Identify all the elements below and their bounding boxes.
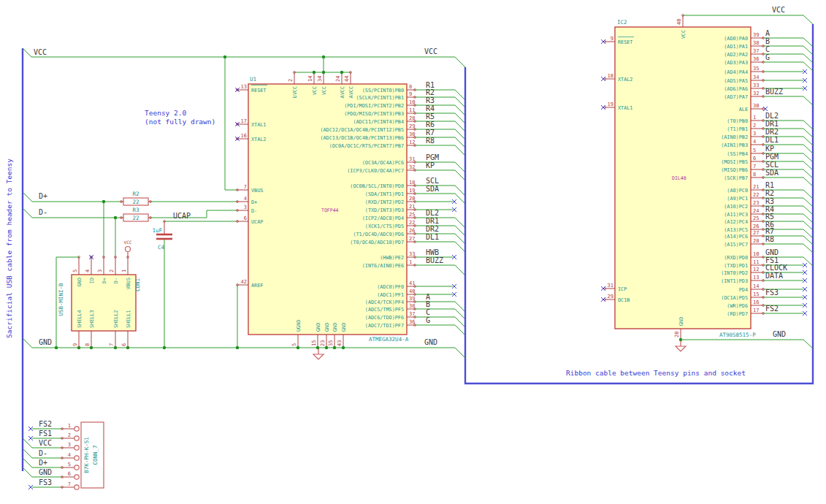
pin-number: 22 <box>753 192 759 198</box>
net-label: R7 <box>765 227 774 235</box>
bus-entry <box>455 57 465 67</box>
bus-entry <box>455 97 464 107</box>
pin-number: 3 <box>68 442 71 448</box>
pin-name: GND <box>77 278 83 286</box>
junction-dot <box>316 346 319 349</box>
pin-name: AVCC <box>348 86 354 98</box>
pin-number: 19 <box>608 102 613 107</box>
pin-name: (A11)PC3 <box>724 212 748 218</box>
pin-number: 6 <box>121 343 127 346</box>
pin-number: 30 <box>753 103 759 109</box>
pin-number: 27 <box>753 230 759 236</box>
pin-name: (OC3A/OC4A)PC6 <box>362 160 404 166</box>
pin-number: 2 <box>109 270 115 272</box>
pin-name: (ADC6/TDO)PF6 <box>365 315 404 321</box>
bus-entry <box>455 317 464 327</box>
net-label: DL1 <box>765 136 779 144</box>
bus-entry <box>455 234 464 243</box>
net-label: PGM <box>765 153 779 161</box>
component-u1-ref: U1 <box>250 76 256 83</box>
pin-name: XTAL1 <box>251 122 266 128</box>
pin-number: 5 <box>753 148 756 153</box>
pin-number: 35 <box>753 66 759 72</box>
pin-name: XTAL2 <box>251 137 266 142</box>
pin-name: (XCK1/CTS)PD5 <box>365 224 404 229</box>
pin-name: (ICP2/ADC8)PD4 <box>362 215 404 221</box>
bus-entry <box>803 198 813 207</box>
connector-pin-circle <box>74 485 79 489</box>
pin-number: 16 <box>241 133 247 139</box>
pin-name: (ADC1)PF1 <box>377 292 404 298</box>
net-label: VCC <box>39 439 52 447</box>
pin-name: (AIN1)PB3 <box>721 142 748 148</box>
net-label-ucap: UCAP <box>173 212 191 220</box>
pin-number: 8 <box>753 172 756 177</box>
connector-pin-circle <box>74 475 79 479</box>
pin-name: D+ <box>251 199 257 205</box>
junction-dot <box>297 346 299 349</box>
pin-name: OC1B <box>618 297 630 303</box>
component-u1-package: TQFP44 <box>321 207 339 213</box>
pin-number: 4 <box>244 196 247 202</box>
net-label-vcc: VCC <box>34 48 47 56</box>
bus-entry <box>23 438 32 448</box>
pin-number: 21 <box>753 184 759 190</box>
pin-name: GND <box>678 317 684 326</box>
pin-number: 15 <box>311 340 317 346</box>
pin-name: (T1/OC4D/ADC9)PD6 <box>353 232 404 237</box>
pin-name: PD4 <box>739 287 748 293</box>
pin-number: 18 <box>608 73 613 79</box>
pin-number: 14 <box>753 283 759 289</box>
pin-number: 30 <box>409 131 415 137</box>
pin-number: 38 <box>753 40 759 46</box>
net-label: DR1 <box>426 217 439 225</box>
pin-number: 32 <box>409 164 415 170</box>
resistor-r2-ref: R2 <box>132 191 139 197</box>
net-label-gnd: GND <box>39 338 52 346</box>
pin-number: 29 <box>608 294 613 299</box>
bus-entry <box>455 309 464 318</box>
bus-entry <box>803 177 813 186</box>
bus-entry <box>23 338 32 348</box>
bus-entry <box>803 15 813 24</box>
net-label-gnd: GND <box>773 330 786 338</box>
bus-entry <box>23 458 32 467</box>
resistor-r3-value: 22 <box>132 215 139 221</box>
resistor-r3-ref: R3 <box>132 207 139 213</box>
pin-name: GND <box>324 323 330 332</box>
net-label: BUZZ <box>765 88 783 96</box>
pin-number: 24 <box>335 76 341 82</box>
pin-number: 6 <box>753 156 756 161</box>
net-label: FS2 <box>39 420 52 428</box>
net-label: HWB <box>426 248 439 256</box>
pin-name: SHELL2 <box>113 310 119 328</box>
net-label: C <box>765 45 770 53</box>
pin-number: 1 <box>121 270 127 272</box>
pin-name: (RXD)PD0 <box>724 255 748 261</box>
pin-number: 24 <box>753 208 759 214</box>
pin-name: (ADC11/PCINT4)PB4 <box>353 119 404 125</box>
pin-name: (TXD)PD1 <box>724 263 748 269</box>
pin-number: 9 <box>72 343 78 346</box>
net-label: G <box>426 316 430 324</box>
pin-number: 40 <box>676 19 682 25</box>
pin-name: (MOSI)PB5 <box>721 159 748 165</box>
schematic-drawing: VCCVCCGNDGNDD+D-UCAPR222R3221uFC4VCCU1AT… <box>0 0 826 504</box>
pin-name: UCAP <box>251 219 263 225</box>
net-label-vcc: VCC <box>772 6 785 14</box>
bus-entry <box>455 325 464 335</box>
pin-number: 16 <box>753 299 759 305</box>
net-label: DR2 <box>765 128 779 136</box>
net-label: DL2 <box>765 112 779 120</box>
component-conn7-value: B7K-PH-K-S1 <box>83 437 90 473</box>
net-label: CLOCK <box>765 264 787 272</box>
pin-number: 20 <box>409 196 415 202</box>
net-label: B <box>426 300 430 308</box>
bus-entry <box>803 206 813 215</box>
bus-entry <box>455 348 465 358</box>
pin-name: (SS/PCINT0)PB0 <box>362 88 404 93</box>
pin-number: 15 <box>753 291 759 297</box>
pin-name: (AD3)PA3 <box>724 60 748 66</box>
bus-entry <box>455 218 464 227</box>
pin-number: 13 <box>241 84 247 90</box>
